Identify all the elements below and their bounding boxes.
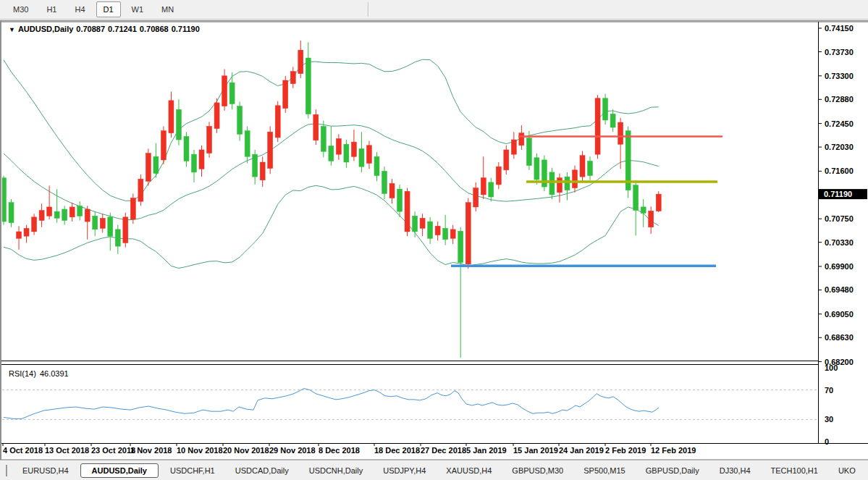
mt4-application: M30H1H4D1W1MN 0.741500.737300.733000.728…: [0, 0, 868, 480]
price-tick-label[interactable]: 0.74150: [825, 24, 854, 33]
timeframe-button-M30[interactable]: M30: [6, 1, 35, 17]
chart-tab-EURUSD-H4[interactable]: EURUSD,H4: [13, 464, 78, 477]
candlestick-chart-canvas[interactable]: 0.741500.737300.733000.728800.724500.720…: [1, 21, 868, 460]
price-tick-label[interactable]: 0.70330: [825, 238, 854, 247]
rsi-level-label: 70: [825, 386, 833, 395]
chart-tab-AUDUSD-Daily[interactable]: AUDUSD,Daily: [80, 463, 159, 478]
chart-tab-USDCHF-H1[interactable]: USDCHF,H1: [161, 464, 224, 477]
candle-body: [565, 177, 570, 190]
price-tick-label[interactable]: 0.69050: [825, 310, 854, 319]
candle-body: [496, 167, 501, 185]
date-tick-label[interactable]: 23 Oct 2018: [91, 446, 135, 455]
candle-body: [443, 228, 448, 239]
candle-body: [62, 209, 67, 220]
chart-tab-USDCAD-Daily[interactable]: USDCAD,Daily: [226, 464, 298, 477]
candle-body: [366, 146, 371, 164]
chart-window[interactable]: 0.741500.737300.733000.728800.724500.720…: [0, 20, 868, 460]
price-tick-label[interactable]: 0.71600: [825, 167, 854, 175]
chart-tab-SP500-M15[interactable]: SP500,M15: [574, 464, 634, 477]
candle-body: [214, 103, 219, 129]
date-tick-label[interactable]: 10 Nov 2018: [177, 446, 223, 455]
candle-body: [260, 162, 265, 180]
price-tick-label[interactable]: 0.73730: [825, 48, 854, 56]
date-tick-label[interactable]: 18 Dec 2018: [374, 446, 420, 455]
chart-tab-UKO[interactable]: UKO: [829, 464, 865, 477]
chart-title: ▼AUDUSD,Daily0.708870.712410.708680.7119…: [9, 25, 203, 33]
candle-body: [641, 207, 646, 214]
candle-body: [511, 140, 516, 154]
date-tick-label[interactable]: 24 Jan 2019: [559, 446, 604, 455]
price-tick-label[interactable]: 0.69900: [825, 262, 854, 271]
candle-body: [595, 98, 600, 154]
candle-body: [253, 154, 258, 177]
tab-bar-grip[interactable]: [6, 465, 7, 476]
ohlc-close: 0.71190: [172, 25, 200, 33]
date-tick-label[interactable]: 8 Dec 2018: [319, 446, 360, 455]
candle-body: [138, 179, 143, 201]
candle-body: [618, 122, 623, 144]
candle-body: [526, 138, 531, 166]
candle-body: [93, 216, 98, 230]
candle-body: [298, 50, 303, 74]
timeframe-button-D1[interactable]: D1: [96, 1, 121, 17]
date-tick-label[interactable]: 4 Oct 2018: [3, 446, 43, 455]
rsi-level-label: 0: [825, 437, 829, 446]
candle-body: [573, 170, 578, 188]
price-tick-label[interactable]: 0.72450: [825, 119, 854, 128]
candle-body: [473, 188, 479, 207]
chart-tab-GBPUSD-Daily[interactable]: GBPUSD,Daily: [636, 464, 709, 477]
chart-tab-TECH100-H1[interactable]: TECH100,H1: [762, 464, 827, 477]
candle-body: [169, 101, 174, 133]
candle-body: [389, 183, 395, 198]
candle-body: [405, 191, 410, 232]
candle-body: [39, 211, 44, 221]
rsi-level-label: 100: [825, 363, 838, 372]
timeframe-button-H1[interactable]: H1: [39, 1, 64, 17]
price-tick-label[interactable]: 0.68630: [825, 333, 854, 342]
candle-body: [481, 178, 486, 195]
rsi-value: 46.0391: [40, 369, 69, 378]
date-tick-label[interactable]: 27 Dec 2018: [421, 446, 466, 455]
chart-tab-DJ30-H4[interactable]: DJ30,H4: [710, 464, 760, 477]
chart-tab-USDJPY-H4[interactable]: USDJPY,H4: [374, 464, 435, 477]
chart-tab-GBPUSD-M30[interactable]: GBPUSD,M30: [502, 464, 573, 477]
date-tick-label[interactable]: 2 Feb 2019: [605, 446, 646, 455]
candle-body: [336, 138, 341, 154]
chart-tab-USDCNH-Daily[interactable]: USDCNH,Daily: [300, 464, 373, 477]
candle-body: [413, 216, 418, 232]
candle-body: [382, 171, 387, 193]
candle-body: [450, 230, 455, 238]
candle-body: [313, 114, 319, 140]
timeframe-button-H4[interactable]: H4: [67, 1, 92, 17]
price-tick-label[interactable]: 0.72880: [825, 95, 854, 104]
rsi-name: RSI(14): [9, 369, 36, 378]
candle-body: [146, 153, 151, 182]
candle-body: [100, 218, 105, 228]
price-tick-label[interactable]: 0.69480: [825, 285, 854, 294]
date-tick-label[interactable]: 5 Jan 2019: [466, 446, 507, 455]
candle-body: [374, 156, 379, 175]
chart-tab-XAUUSD-H4[interactable]: XAUUSD,H4: [437, 464, 501, 477]
date-tick-label[interactable]: 29 Nov 2018: [269, 446, 316, 455]
price-tick-label[interactable]: 0.70750: [825, 214, 854, 223]
date-tick-label[interactable]: 13 Oct 2018: [45, 446, 89, 455]
date-tick-label[interactable]: 15 Jan 2019: [513, 446, 558, 455]
candle-body: [229, 83, 235, 104]
candle-body: [207, 126, 212, 153]
symbol-dropdown-icon[interactable]: ▼: [9, 26, 15, 33]
timeframe-button-W1[interactable]: W1: [125, 1, 151, 17]
candle-body: [458, 231, 463, 262]
date-tick-label[interactable]: 20 Nov 2018: [223, 446, 269, 455]
chart-tab-bar: EURUSD,H4AUDUSD,DailyUSDCHF,H1USDCAD,Dai…: [0, 460, 868, 480]
candle-body: [306, 58, 311, 114]
date-tick-label[interactable]: 1 Nov 2018: [130, 446, 172, 455]
candle-body: [504, 150, 509, 170]
date-tick-label[interactable]: 12 Feb 2019: [651, 446, 696, 455]
price-tick-label[interactable]: 0.72030: [825, 143, 854, 151]
candle-body: [549, 172, 555, 195]
candle-body: [420, 218, 425, 228]
price-tick-label[interactable]: 0.73300: [825, 72, 854, 80]
timeframe-button-MN[interactable]: MN: [154, 1, 181, 17]
candle-body: [69, 207, 75, 217]
candle-body: [329, 146, 334, 161]
